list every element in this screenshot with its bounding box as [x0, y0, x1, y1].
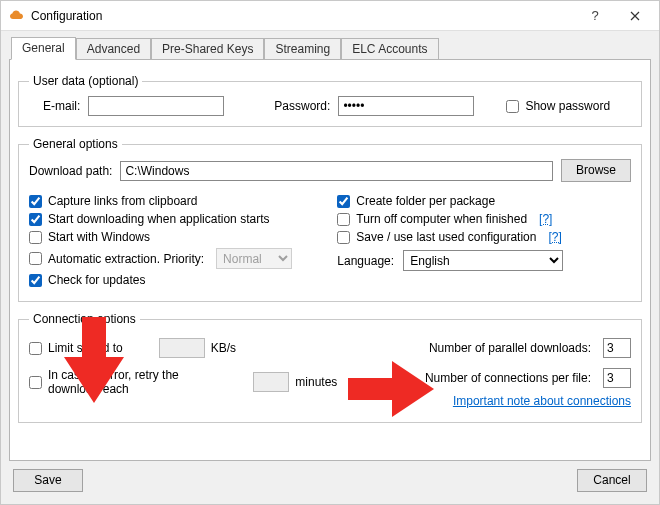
- email-label: E-mail:: [43, 99, 80, 113]
- turn-off-checkbox[interactable]: Turn off computer when finished: [337, 212, 527, 226]
- limit-speed-value[interactable]: [159, 338, 205, 358]
- parallel-downloads-label: Number of parallel downloads:: [429, 341, 591, 355]
- create-folder-checkbox[interactable]: Create folder per package: [337, 194, 495, 208]
- retry-label: In case of error, retry the download eac…: [48, 368, 233, 396]
- save-button[interactable]: Save: [13, 469, 83, 492]
- tab-pre-shared-keys[interactable]: Pre-Shared Keys: [151, 38, 264, 60]
- email-field[interactable]: [88, 96, 224, 116]
- group-connection-options: Connection options Limit speed to KB/s: [18, 312, 642, 423]
- password-field[interactable]: [338, 96, 474, 116]
- capture-links-label: Capture links from clipboard: [48, 194, 197, 208]
- save-config-help-link[interactable]: [?]: [548, 230, 561, 244]
- retry-input[interactable]: [29, 376, 42, 389]
- tab-elc-accounts[interactable]: ELC Accounts: [341, 38, 438, 60]
- tabstrip: General Advanced Pre-Shared Keys Streami…: [9, 37, 651, 60]
- save-config-label: Save / use last used configuration: [356, 230, 536, 244]
- language-label: Language:: [337, 254, 397, 268]
- user-data-legend: User data (optional): [29, 74, 142, 88]
- auto-extract-priority[interactable]: Normal: [216, 248, 292, 269]
- help-button[interactable]: ?: [575, 2, 615, 30]
- parallel-downloads-value[interactable]: [603, 338, 631, 358]
- retry-unit: minutes: [295, 375, 337, 389]
- start-download-input[interactable]: [29, 213, 42, 226]
- limit-speed-input[interactable]: [29, 342, 42, 355]
- tab-page-general: User data (optional) E-mail: Password: S…: [9, 59, 651, 461]
- auto-extract-input[interactable]: [29, 252, 42, 265]
- download-path-label: Download path:: [29, 164, 112, 178]
- check-updates-input[interactable]: [29, 274, 42, 287]
- save-config-checkbox[interactable]: Save / use last used configuration: [337, 230, 536, 244]
- language-select[interactable]: English: [403, 250, 563, 271]
- tab-streaming[interactable]: Streaming: [264, 38, 341, 60]
- configuration-dialog: Configuration ? General Advanced Pre-Sha…: [0, 0, 660, 505]
- connections-note-link[interactable]: Important note about connections: [453, 394, 631, 408]
- create-folder-label: Create folder per package: [356, 194, 495, 208]
- start-with-windows-input[interactable]: [29, 231, 42, 244]
- connection-legend: Connection options: [29, 312, 140, 326]
- download-path-field[interactable]: [120, 161, 553, 181]
- cancel-button[interactable]: Cancel: [577, 469, 647, 492]
- window-title: Configuration: [31, 9, 575, 23]
- start-with-windows-label: Start with Windows: [48, 230, 150, 244]
- tab-advanced[interactable]: Advanced: [76, 38, 151, 60]
- show-password-label: Show password: [525, 99, 610, 113]
- close-button[interactable]: [615, 2, 655, 30]
- client-area: General Advanced Pre-Shared Keys Streami…: [1, 31, 659, 504]
- tab-general[interactable]: General: [11, 37, 76, 60]
- check-updates-checkbox[interactable]: Check for updates: [29, 273, 145, 287]
- browse-button[interactable]: Browse: [561, 159, 631, 182]
- titlebar: Configuration ?: [1, 1, 659, 31]
- check-updates-label: Check for updates: [48, 273, 145, 287]
- app-icon: [9, 8, 25, 24]
- limit-speed-checkbox[interactable]: Limit speed to: [29, 341, 123, 355]
- turn-off-label: Turn off computer when finished: [356, 212, 527, 226]
- password-label: Password:: [274, 99, 330, 113]
- general-options-legend: General options: [29, 137, 122, 151]
- retry-checkbox[interactable]: In case of error, retry the download eac…: [29, 368, 233, 396]
- save-config-input[interactable]: [337, 231, 350, 244]
- connections-per-file-value[interactable]: [603, 368, 631, 388]
- turn-off-help-link[interactable]: [?]: [539, 212, 552, 226]
- group-user-data: User data (optional) E-mail: Password: S…: [18, 74, 642, 127]
- group-general-options: General options Download path: Browse Ca…: [18, 137, 642, 302]
- limit-speed-unit: KB/s: [211, 341, 236, 355]
- create-folder-input[interactable]: [337, 195, 350, 208]
- turn-off-input[interactable]: [337, 213, 350, 226]
- auto-extract-label: Automatic extraction. Priority:: [48, 252, 204, 266]
- retry-value[interactable]: [253, 372, 289, 392]
- capture-links-input[interactable]: [29, 195, 42, 208]
- dialog-footer: Save Cancel: [9, 461, 651, 496]
- auto-extract-checkbox[interactable]: Automatic extraction. Priority:: [29, 252, 204, 266]
- start-download-checkbox[interactable]: Start downloading when application start…: [29, 212, 269, 226]
- capture-links-checkbox[interactable]: Capture links from clipboard: [29, 194, 197, 208]
- start-with-windows-checkbox[interactable]: Start with Windows: [29, 230, 150, 244]
- show-password-checkbox[interactable]: Show password: [506, 99, 610, 113]
- start-download-label: Start downloading when application start…: [48, 212, 269, 226]
- limit-speed-label: Limit speed to: [48, 341, 123, 355]
- connections-per-file-label: Number of connections per file:: [425, 371, 591, 385]
- show-password-input[interactable]: [506, 100, 519, 113]
